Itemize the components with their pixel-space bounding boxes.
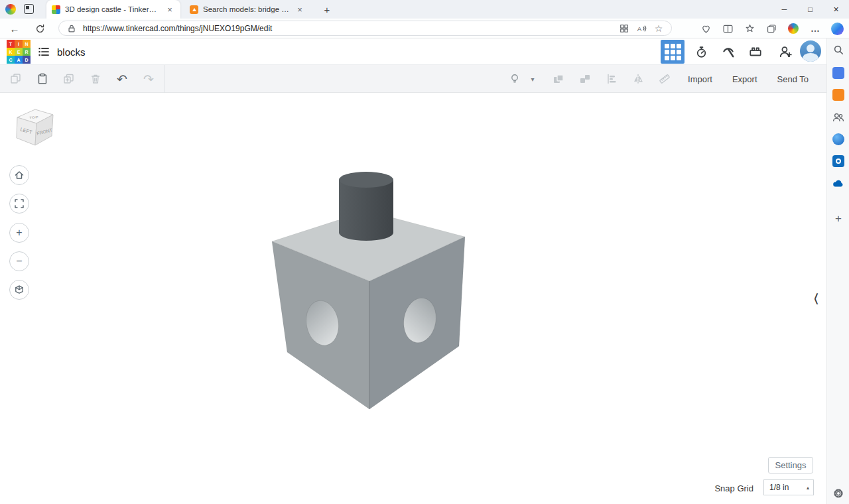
avatar[interactable] bbox=[800, 40, 821, 62]
show-all-caret-icon[interactable]: ▾ bbox=[528, 76, 537, 83]
logo-tile: K bbox=[7, 48, 15, 56]
sidebar-outlook-icon[interactable] bbox=[832, 155, 845, 168]
split-screen-icon[interactable] bbox=[720, 21, 736, 36]
logo-tile: N bbox=[23, 40, 31, 48]
chevron-left-icon: ‹ bbox=[815, 281, 819, 314]
rewards-icon[interactable] bbox=[785, 21, 801, 36]
copy-button[interactable] bbox=[3, 67, 29, 91]
tab-printables[interactable]: Search models: bridge | Printable… × bbox=[184, 0, 310, 19]
url-text[interactable]: https://www.tinkercad.com/things/jNUEXO1… bbox=[83, 24, 613, 33]
lego-brick-icon[interactable] bbox=[748, 44, 763, 60]
tinkercad-header: T I N K E R C A D blocks bbox=[0, 38, 826, 65]
browser-essentials-icon[interactable] bbox=[698, 21, 714, 36]
cylinder-top bbox=[339, 172, 393, 188]
minecraft-pickaxe-icon[interactable] bbox=[720, 44, 736, 60]
fit-view-button[interactable] bbox=[9, 194, 29, 214]
printables-favicon bbox=[190, 5, 198, 14]
view-3d-grid-button[interactable] bbox=[661, 40, 685, 64]
arrange-tools: ▾ Import Export Send To bbox=[501, 65, 818, 93]
export-button[interactable]: Export bbox=[722, 67, 767, 91]
caret-up-icon: ▴ bbox=[807, 485, 813, 491]
mirror-button[interactable] bbox=[625, 67, 651, 91]
close-tab-icon[interactable]: × bbox=[164, 5, 175, 15]
undo-button[interactable]: ↶ bbox=[109, 67, 135, 91]
settings-more-icon[interactable]: … bbox=[807, 21, 823, 36]
logo-tile: A bbox=[15, 56, 23, 64]
design-properties-icon[interactable] bbox=[37, 45, 50, 58]
duplicate-button[interactable] bbox=[56, 67, 82, 91]
snap-grid-label: Snap Grid bbox=[690, 483, 753, 493]
collaborate-icon[interactable] bbox=[777, 44, 793, 60]
settings-button[interactable]: Settings bbox=[768, 457, 813, 473]
back-button[interactable]: ← bbox=[7, 21, 23, 36]
zoom-in-button[interactable]: + bbox=[9, 223, 29, 243]
sidebar-onedrive-icon[interactable] bbox=[832, 177, 845, 190]
tab-title: Search models: bridge | Printable… bbox=[203, 5, 290, 13]
browser-profile-icon[interactable] bbox=[5, 4, 16, 15]
tinkercad-logo[interactable]: T I N K E R C A D bbox=[7, 40, 31, 64]
logo-tile: E bbox=[15, 48, 23, 56]
maximize-button[interactable]: □ bbox=[797, 0, 823, 19]
sidebar-m365-icon[interactable] bbox=[832, 66, 845, 80]
site-info-lock-icon[interactable] bbox=[66, 23, 78, 34]
simlab-icon[interactable] bbox=[693, 44, 709, 60]
ruler-button[interactable] bbox=[651, 67, 678, 91]
sidebar-shopping-icon[interactable] bbox=[832, 88, 845, 101]
sidebar-add-icon[interactable]: + bbox=[832, 212, 845, 225]
home-view-button[interactable] bbox=[9, 165, 29, 185]
read-aloud-icon[interactable]: A bbox=[635, 23, 647, 34]
close-tab-icon[interactable]: × bbox=[294, 5, 305, 15]
cylinder-body bbox=[339, 180, 393, 241]
perspective-toggle-button[interactable] bbox=[9, 280, 29, 300]
design-title[interactable]: blocks bbox=[57, 38, 86, 65]
sidebar-games-icon[interactable] bbox=[832, 133, 845, 146]
viewcube-top-label: TOP bbox=[29, 115, 38, 119]
edit-tools: ↶ ↷ bbox=[3, 65, 162, 93]
refresh-icon bbox=[35, 24, 45, 34]
tab-title: 3D design castle - Tinkercad bbox=[65, 5, 160, 13]
tab-actions-icon[interactable] bbox=[24, 4, 34, 14]
sidebar-people-icon[interactable] bbox=[832, 111, 845, 124]
zoom-out-button[interactable]: − bbox=[9, 251, 29, 271]
group-button[interactable] bbox=[545, 67, 572, 91]
close-window-button[interactable]: × bbox=[823, 0, 849, 19]
tab-tinkercad[interactable]: 3D design castle - Tinkercad × bbox=[46, 0, 180, 19]
align-button[interactable] bbox=[598, 67, 625, 91]
edge-sidebar: + bbox=[826, 38, 849, 504]
show-all-button[interactable] bbox=[501, 67, 528, 91]
logo-tile: I bbox=[15, 40, 23, 48]
redo-button[interactable]: ↷ bbox=[135, 67, 162, 91]
new-tab-button[interactable]: + bbox=[320, 2, 334, 17]
snap-grid-dropdown[interactable]: 1/8 in ▴ bbox=[763, 479, 814, 495]
svg-text:A: A bbox=[637, 25, 642, 32]
snap-grid-value: 1/8 in bbox=[769, 483, 789, 492]
3d-model[interactable] bbox=[0, 93, 826, 504]
add-favorite-star-icon[interactable]: ☆ bbox=[653, 23, 665, 34]
toolbar-divider bbox=[164, 65, 164, 93]
browser-titlebar: 3D design castle - Tinkercad × Search mo… bbox=[0, 0, 849, 19]
favorites-icon[interactable] bbox=[742, 21, 757, 36]
cylinder-shape[interactable] bbox=[339, 172, 393, 241]
logo-tile: C bbox=[7, 56, 15, 64]
window-controls: ─ □ × bbox=[771, 0, 849, 19]
design-canvas[interactable]: TOP LEFT FRONT + − ‹ Settings Snap Grid … bbox=[0, 93, 826, 504]
logo-tile: D bbox=[23, 56, 31, 64]
paste-button[interactable] bbox=[29, 67, 56, 91]
refresh-button[interactable] bbox=[32, 21, 48, 36]
apps-icon[interactable] bbox=[618, 23, 630, 34]
copilot-icon[interactable] bbox=[829, 21, 845, 36]
import-button[interactable]: Import bbox=[678, 67, 722, 91]
address-bar[interactable]: https://www.tinkercad.com/things/jNUEXO1… bbox=[58, 21, 672, 36]
collapse-panel-button[interactable]: ‹ bbox=[809, 284, 824, 312]
view-cube[interactable]: TOP LEFT FRONT bbox=[12, 103, 58, 151]
collections-icon[interactable] bbox=[763, 21, 779, 36]
logo-tile: T bbox=[7, 40, 15, 48]
delete-button[interactable] bbox=[82, 67, 109, 91]
sidebar-search-icon[interactable] bbox=[832, 43, 845, 56]
logo-tile: R bbox=[23, 48, 31, 56]
sidebar-settings-gear-icon[interactable] bbox=[832, 487, 845, 500]
browser-toolbar: ← https://www.tinkercad.com/things/jNUEX… bbox=[0, 19, 849, 38]
ungroup-button[interactable] bbox=[572, 67, 598, 91]
send-to-button[interactable]: Send To bbox=[767, 67, 818, 91]
minimize-button[interactable]: ─ bbox=[771, 0, 797, 19]
